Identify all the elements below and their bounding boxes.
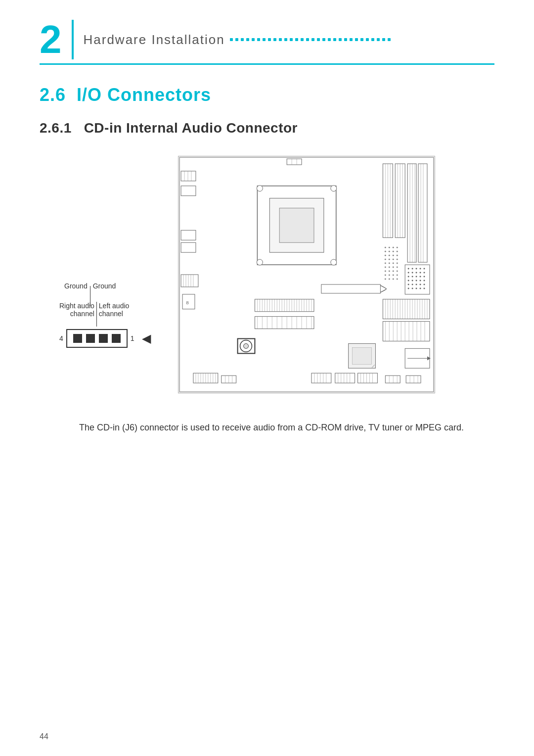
svg-point-183: [393, 247, 394, 248]
svg-point-44: [408, 284, 409, 285]
svg-rect-17: [418, 164, 427, 262]
motherboard-diagram: 8: [178, 156, 435, 395]
svg-point-186: [389, 251, 390, 252]
subsection-title: CD-in Internal Audio Connector: [84, 120, 298, 136]
svg-point-36: [416, 276, 417, 277]
svg-point-29: [408, 272, 409, 274]
svg-point-201: [385, 267, 386, 268]
svg-point-188: [397, 251, 398, 252]
svg-rect-54: [181, 171, 196, 181]
svg-point-46: [416, 284, 417, 285]
svg-text:8: 8: [186, 300, 189, 305]
svg-rect-3: [279, 208, 314, 243]
svg-point-187: [393, 251, 394, 252]
svg-point-50: [412, 287, 413, 289]
svg-point-4: [257, 186, 263, 191]
svg-point-192: [397, 255, 398, 256]
header-title: Hardware Installation: [84, 32, 391, 47]
svg-point-30: [412, 272, 413, 274]
svg-rect-55: [181, 186, 196, 196]
svg-point-39: [408, 280, 409, 281]
svg-point-34: [408, 276, 409, 277]
svg-point-199: [393, 263, 394, 264]
svg-rect-138: [385, 376, 400, 383]
channel-right-label: channel: [99, 310, 130, 318]
svg-point-28: [424, 268, 425, 270]
chapter-number: 2: [40, 20, 74, 59]
subsection-number: 2.6.1: [40, 120, 72, 136]
svg-rect-63: [287, 159, 302, 165]
svg-point-193: [385, 259, 386, 260]
svg-rect-60: [181, 242, 196, 252]
section-number: 2.6: [40, 85, 66, 105]
svg-point-216: [397, 278, 398, 280]
audio-label-group: Right audio channel Left audio channel: [59, 302, 129, 327]
description-content: The CD-in (J6) connector is used to rece…: [79, 423, 464, 432]
svg-point-198: [389, 263, 390, 264]
svg-point-204: [397, 267, 398, 268]
svg-point-196: [397, 259, 398, 260]
svg-point-182: [389, 247, 390, 248]
svg-point-184: [397, 247, 398, 248]
svg-point-52: [420, 287, 421, 289]
svg-point-53: [424, 287, 425, 289]
svg-point-40: [412, 280, 413, 281]
svg-point-42: [420, 280, 421, 281]
svg-point-208: [397, 271, 398, 272]
svg-rect-142: [406, 376, 421, 383]
header-decoration: [230, 38, 391, 41]
svg-point-33: [424, 272, 425, 274]
section-title: I/O Connectors: [77, 85, 211, 105]
svg-point-211: [393, 275, 394, 276]
svg-point-195: [393, 259, 394, 260]
svg-point-214: [389, 278, 390, 280]
left-audio-label: Left audio: [99, 302, 130, 310]
svg-rect-16: [407, 164, 416, 262]
audio-line: [96, 302, 97, 327]
pin-4-label: 4: [59, 334, 63, 342]
svg-point-209: [385, 275, 386, 276]
svg-point-43: [424, 280, 425, 281]
header-title-text: Hardware Installation: [84, 32, 225, 47]
svg-point-31: [416, 272, 417, 274]
svg-rect-180: [321, 284, 381, 293]
ground-left-label: Ground: [64, 282, 88, 290]
svg-point-191: [393, 255, 394, 256]
svg-rect-146: [383, 299, 430, 319]
svg-point-105: [244, 343, 249, 348]
svg-point-6: [257, 259, 263, 265]
svg-point-45: [412, 284, 413, 285]
diagram-area: Ground Ground Right audio channel Left a…: [59, 156, 494, 395]
ground-right-label: Ground: [93, 282, 116, 290]
arrow-icon: ◀: [142, 331, 151, 345]
label-container: Ground Ground Right audio channel Left a…: [59, 156, 168, 393]
svg-point-205: [385, 271, 386, 272]
motherboard-svg: 8: [178, 156, 435, 393]
svg-rect-224: [353, 347, 372, 364]
svg-point-27: [420, 268, 421, 270]
svg-point-49: [408, 287, 409, 289]
svg-point-194: [389, 259, 390, 260]
pin-1: [73, 334, 82, 343]
svg-point-181: [385, 247, 386, 248]
pin-1-label: 1: [131, 334, 134, 342]
svg-text:⟋: ⟋: [370, 363, 376, 370]
svg-point-212: [397, 275, 398, 276]
svg-point-38: [424, 276, 425, 277]
section-heading: 2.6 I/O Connectors: [40, 85, 494, 105]
connector-assembly: 4 1 ◀: [59, 329, 151, 348]
svg-point-210: [389, 275, 390, 276]
svg-point-25: [412, 268, 413, 270]
pin-2: [86, 334, 95, 343]
svg-point-185: [385, 251, 386, 252]
svg-point-51: [416, 287, 417, 289]
svg-point-207: [393, 271, 394, 272]
svg-point-203: [393, 267, 394, 268]
right-audio-label: Right audio: [59, 302, 94, 310]
svg-rect-165: [383, 322, 430, 341]
svg-point-7: [331, 259, 337, 265]
svg-point-48: [424, 284, 425, 285]
subsection-heading: 2.6.1 CD-in Internal Audio Connector: [40, 120, 494, 136]
connector-pins: [66, 329, 128, 348]
svg-point-202: [389, 267, 390, 268]
